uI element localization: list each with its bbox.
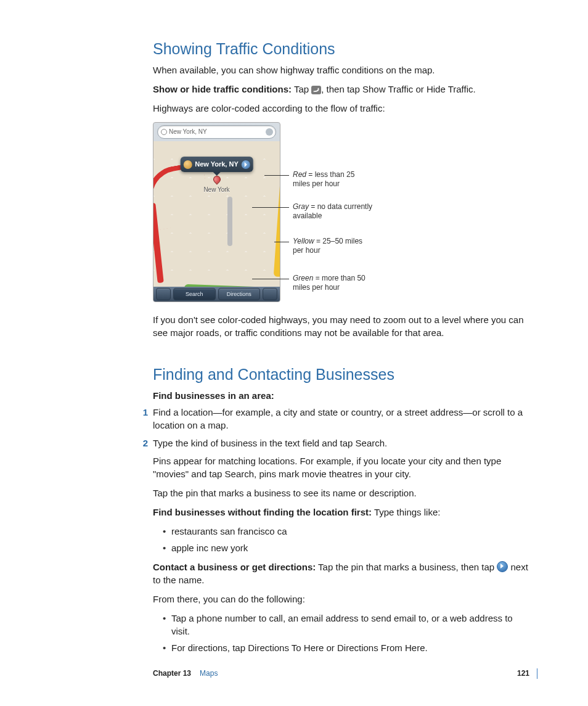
page-curl-icon — [311, 86, 321, 94]
step-2-text: Type the kind of business in the text fi… — [153, 437, 387, 449]
callout-label: New York, NY — [195, 160, 239, 168]
detail-disclosure-icon — [497, 561, 508, 572]
anno-yellow: Yellow = 25–50 miles per hour — [293, 237, 373, 255]
instr-post: , then tap Show Traffic or Hide Traffic. — [321, 84, 475, 94]
leader-line-icon — [274, 242, 289, 242]
show-hide-instruction: Show or hide traffic conditions: Tap , t… — [153, 83, 533, 96]
streetview-icon[interactable] — [183, 160, 192, 169]
example-a-text: restaurants san francisco ca — [171, 525, 287, 538]
phone-mock: New York, NY New York New York, NY — [153, 122, 280, 302]
from-there-para: From there, you can do the following: — [153, 593, 533, 605]
find-without-para: Find businesses without finding the loca… — [153, 506, 533, 519]
page: Showing Traffic Conditions When availabl… — [0, 0, 588, 706]
step-number: 1 — [136, 406, 148, 432]
page-curl-button[interactable] — [263, 288, 277, 300]
anno-gray: Gray = no data currently available — [293, 202, 379, 221]
step-1: 1 Find a location—for example, a city an… — [153, 406, 533, 432]
bullet-icon: • — [163, 641, 171, 654]
legend-intro: Highways are color-coded according to th… — [153, 102, 533, 115]
map-toolbar: Search Directions — [153, 287, 280, 302]
action-b-text: For directions, tap Directions To Here o… — [171, 641, 428, 654]
leader-line-icon — [252, 279, 289, 279]
footer-page-number: 121 — [510, 668, 529, 679]
search-tab[interactable]: Search — [173, 288, 216, 300]
detail-disclosure-icon[interactable] — [242, 160, 250, 169]
instr-pre: Tap — [292, 84, 311, 94]
contact-label: Contact a business or get directions: — [153, 562, 316, 572]
heading-businesses: Finding and Contacting Businesses — [153, 364, 533, 385]
traffic-figure: New York, NY New York New York, NY — [153, 122, 533, 302]
clear-icon[interactable] — [266, 128, 273, 136]
anno-red: Red = less than 25 miles per hour — [293, 170, 373, 189]
footer-chapter: Chapter 13 — [153, 668, 191, 679]
traffic-gray-icon — [227, 197, 232, 246]
intro-para: When available, you can show highway tra… — [153, 64, 533, 76]
footer-section: Maps — [200, 668, 218, 679]
action-a: • Tap a phone number to call, an email a… — [153, 612, 533, 638]
figure-annotations: Red = less than 25 miles per hour Gray =… — [280, 122, 533, 302]
anno-red-label: Red — [293, 170, 306, 179]
step-2: 2 Type the kind of business in the text … — [153, 437, 533, 449]
step-1-text: Find a location—for example, a city and … — [153, 406, 533, 432]
leader-line-icon — [264, 175, 289, 176]
anno-gray-label: Gray — [293, 202, 309, 211]
city-label: New York — [203, 186, 229, 194]
section-businesses: Finding and Contacting Businesses Find b… — [153, 364, 533, 654]
example-b: • apple inc new york — [153, 541, 533, 554]
locate-button[interactable] — [156, 288, 171, 300]
map-canvas[interactable]: New York New York, NY — [153, 141, 280, 287]
map-callout[interactable]: New York, NY — [180, 157, 253, 172]
anno-yellow-label: Yellow — [293, 237, 314, 245]
action-a-text: Tap a phone number to call, an email add… — [171, 612, 533, 638]
contact-para: Contact a business or get directions: Ta… — [153, 560, 533, 586]
contact-pre: Tap the pin that marks a business, then … — [316, 562, 497, 572]
directions-tab[interactable]: Directions — [218, 288, 261, 300]
anno-green: Green = more than 50 miles per hour — [293, 274, 379, 292]
heading-traffic: Showing Traffic Conditions — [153, 38, 533, 60]
anno-green-label: Green — [293, 274, 313, 282]
action-b: • For directions, tap Directions To Here… — [153, 641, 533, 654]
example-b-text: apple inc new york — [171, 541, 248, 554]
tap-pin-para: Tap the pin that marks a business to see… — [153, 486, 533, 499]
bullet-icon: • — [163, 525, 171, 538]
page-footer: Chapter 13 Maps 121 — [153, 668, 537, 679]
after-figure-para: If you don't see color-coded highways, y… — [153, 313, 533, 339]
pins-para: Pins appear for matching locations. For … — [153, 454, 533, 480]
example-a: • restaurants san francisco ca — [153, 525, 533, 538]
traffic-yellow-icon — [274, 166, 280, 277]
instr-label: Show or hide traffic conditions: — [153, 84, 292, 94]
step-number: 2 — [136, 437, 148, 449]
find-without-text: Type things like: — [372, 507, 440, 517]
leader-line-icon — [252, 207, 289, 208]
find-without-label: Find businesses without finding the loca… — [153, 507, 372, 517]
search-value: New York, NY — [169, 128, 207, 135]
map-search-field[interactable]: New York, NY — [157, 125, 276, 139]
subhead-find: Find businesses in an area: — [153, 389, 533, 402]
bullet-icon: • — [163, 541, 171, 554]
bullet-icon: • — [163, 612, 171, 638]
